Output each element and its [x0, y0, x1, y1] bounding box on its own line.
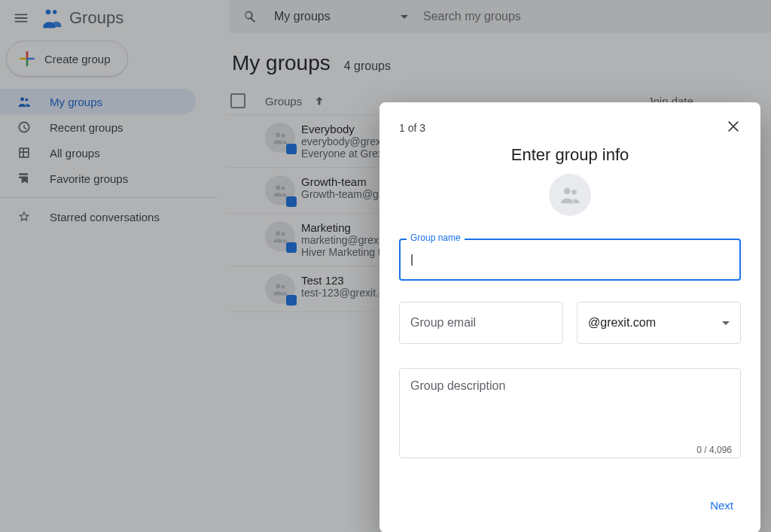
group-description-field: 0 / 4,096 [399, 368, 741, 461]
next-button[interactable]: Next [702, 493, 741, 518]
group-email-input[interactable] [399, 302, 563, 344]
group-avatar-placeholder [549, 174, 591, 216]
close-icon [726, 119, 741, 134]
group-email-field [399, 302, 563, 344]
group-name-field: Group name [399, 239, 741, 281]
dialog-step-indicator: 1 of 3 [399, 122, 425, 134]
group-domain-field[interactable]: @grexit.com [577, 302, 741, 344]
create-group-dialog: 1 of 3 Enter group info Group name @grex… [379, 102, 760, 532]
group-name-label: Group name [407, 233, 465, 243]
svg-point-13 [571, 190, 577, 195]
domain-value: @grexit.com [588, 316, 656, 330]
svg-point-12 [564, 188, 571, 195]
group-description-input[interactable] [399, 368, 741, 458]
close-button[interactable] [726, 119, 741, 136]
dialog-title: Enter group info [399, 145, 741, 165]
people-icon [559, 184, 581, 206]
group-name-input[interactable] [399, 239, 741, 281]
caret-down-icon [722, 321, 730, 325]
char-counter: 0 / 4,096 [696, 445, 732, 455]
